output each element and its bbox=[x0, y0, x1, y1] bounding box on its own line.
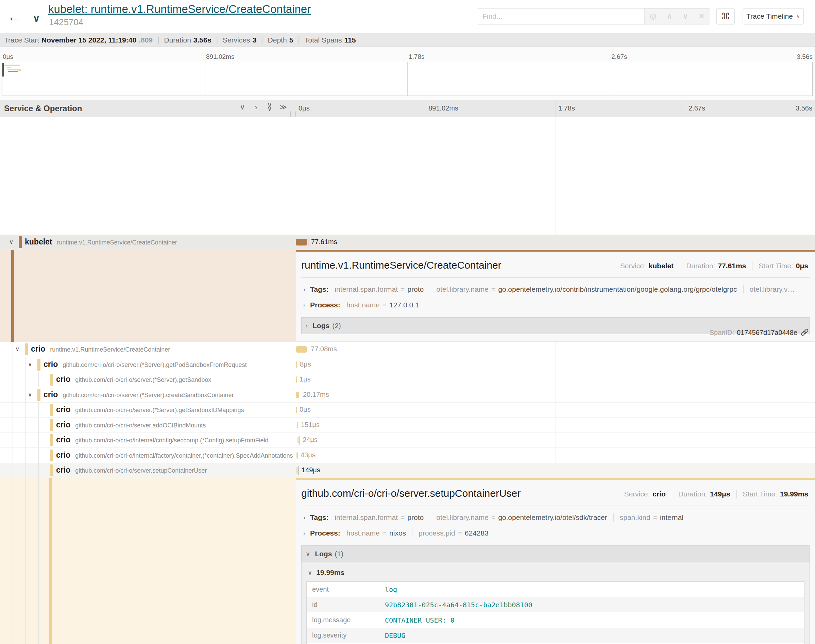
process-row[interactable]: ›Process:host.name=nixosprocess.pid=6242… bbox=[301, 529, 810, 537]
find-input[interactable] bbox=[477, 9, 644, 24]
indent-guide bbox=[38, 432, 39, 448]
span-name-cell[interactable]: ∨criogithub.com/cri-o/cri-o/server.(*Ser… bbox=[0, 357, 296, 372]
span-color-bar bbox=[37, 359, 40, 371]
span-duration-bar[interactable] bbox=[297, 452, 298, 459]
minimap-drag-handle[interactable] bbox=[2, 63, 4, 77]
find-prev-icon[interactable]: ∧ bbox=[667, 12, 672, 21]
log-field-row[interactable]: log.severityDEBUG bbox=[307, 628, 804, 643]
span-duration-bar[interactable] bbox=[297, 467, 297, 474]
span-name-cell[interactable]: criogithub.com/cri-o/cri-o/server.(*Serv… bbox=[0, 372, 296, 387]
span-timeline-cell[interactable]: 1μs bbox=[296, 372, 815, 387]
find-clear-icon[interactable]: ✕ bbox=[699, 12, 705, 21]
log-field-row[interactable]: eventlog bbox=[307, 582, 804, 597]
chevron-right-icon[interactable]: › bbox=[303, 514, 305, 521]
back-arrow-icon[interactable]: ← bbox=[8, 9, 20, 24]
logs-accordion-header[interactable]: ∨Logs(1) bbox=[301, 545, 810, 563]
kv-pair[interactable]: span.kind=internal bbox=[620, 514, 683, 521]
minimap-canvas[interactable] bbox=[2, 62, 813, 96]
expand-all-icon[interactable]: ≫ bbox=[279, 103, 288, 111]
indent-guide bbox=[12, 463, 13, 478]
span-name-cell[interactable]: ∨crioruntime.v1.RuntimeService/CreateCon… bbox=[0, 342, 296, 357]
collapse-all-icon[interactable]: ∨∨ bbox=[265, 103, 274, 111]
detail-span-title: github.com/cri-o/cri-o/server.setupConta… bbox=[301, 488, 521, 499]
collapse-one-icon[interactable]: ∨ bbox=[238, 103, 247, 111]
span-name-cell[interactable]: criogithub.com/cri-o/cri-o/internal/conf… bbox=[0, 432, 296, 448]
span-row[interactable]: criogithub.com/cri-o/cri-o/internal/fact… bbox=[0, 448, 815, 463]
span-name-cell[interactable]: ∨kubeletruntime.v1.RuntimeService/Create… bbox=[0, 235, 296, 250]
chevron-down-icon[interactable]: ∨ bbox=[15, 345, 19, 353]
span-row[interactable]: ∨criogithub.com/cri-o/cri-o/server.(*Ser… bbox=[0, 357, 815, 372]
span-name-cell[interactable]: criogithub.com/cri-o/cri-o/server.setupC… bbox=[0, 463, 296, 478]
kv-pair[interactable]: otel.library.name=go.opentelemetry.io/ot… bbox=[436, 514, 607, 521]
tags-row[interactable]: ›Tags:internal.span.format=protootel.lib… bbox=[301, 285, 810, 293]
span-duration-bar[interactable] bbox=[296, 346, 307, 353]
span-timeline-cell[interactable]: 77.61ms bbox=[296, 235, 815, 250]
span-timeline-cell[interactable]: 0μs bbox=[296, 402, 815, 417]
span-name-cell[interactable]: criogithub.com/cri-o/cri-o/server.(*Serv… bbox=[0, 402, 296, 417]
kv-pair[interactable]: otel.library.name=go.opentelemetry.io/co… bbox=[436, 285, 737, 293]
log-entry-header[interactable]: ∨19.99ms bbox=[306, 564, 804, 581]
tags-row[interactable]: ›Tags:internal.span.format=protootel.lib… bbox=[301, 514, 810, 521]
span-row[interactable]: criogithub.com/cri-o/cri-o/server.setupC… bbox=[0, 463, 815, 478]
span-row[interactable]: ∨crioruntime.v1.RuntimeService/CreateCon… bbox=[0, 342, 815, 357]
span-timeline-cell[interactable]: 20.17ms bbox=[296, 387, 815, 402]
expand-one-icon[interactable]: › bbox=[251, 103, 260, 111]
span-name-cell[interactable]: ∨criogithub.com/cri-o/cri-o/server.(*Ser… bbox=[0, 387, 296, 402]
span-row[interactable]: criogithub.com/cri-o/cri-o/server.addOCI… bbox=[0, 417, 815, 433]
chevron-down-icon[interactable]: ∨ bbox=[9, 238, 13, 245]
trace-title-link[interactable]: kubelet: runtime.v1.RuntimeService/Creat… bbox=[48, 3, 311, 15]
span-timeline-cell[interactable]: 77.08ms bbox=[296, 342, 815, 357]
span-timeline-cell[interactable]: 43μs bbox=[296, 448, 815, 463]
span-name-cell[interactable]: criogithub.com/cri-o/cri-o/server.addOCI… bbox=[0, 417, 296, 432]
command-icon: ⌘ bbox=[721, 11, 730, 22]
find-next-icon[interactable]: ∨ bbox=[683, 12, 688, 21]
process-label: Process: bbox=[310, 301, 340, 309]
log-field-key: log.message bbox=[307, 616, 385, 624]
span-name-cell[interactable]: criogithub.com/cri-o/cri-o/internal/fact… bbox=[0, 448, 296, 463]
minimap-tick: 2.67s bbox=[610, 53, 627, 61]
chevron-right-icon[interactable]: › bbox=[303, 286, 305, 293]
log-field-row[interactable]: id92b82381-025c-4a64-815c-ba2e1bb08100 bbox=[307, 597, 804, 612]
chevron-right-icon[interactable]: › bbox=[306, 322, 308, 330]
span-row[interactable]: criogithub.com/cri-o/cri-o/internal/conf… bbox=[0, 432, 815, 448]
locate-icon[interactable]: ◎ bbox=[650, 12, 656, 21]
span-duration-bar[interactable] bbox=[296, 362, 297, 368]
span-timeline-cell[interactable]: 149μs bbox=[296, 463, 815, 478]
kv-pair[interactable]: otel.library.v… bbox=[750, 285, 795, 293]
kv-pair[interactable]: host.name=127.0.0.1 bbox=[346, 301, 419, 309]
span-duration-bar[interactable] bbox=[296, 239, 307, 245]
trace-view-label: Trace Timeline bbox=[746, 12, 793, 20]
ruler-tick-label: 3.56s bbox=[796, 104, 812, 112]
keyboard-shortcuts-button[interactable]: ⌘ bbox=[716, 8, 735, 25]
span-row[interactable]: ∨kubeletruntime.v1.RuntimeService/Create… bbox=[0, 235, 815, 250]
chevron-right-icon[interactable]: › bbox=[303, 530, 305, 537]
chevron-right-icon[interactable]: › bbox=[303, 302, 305, 309]
kv-pair[interactable]: host.name=nixos bbox=[346, 529, 406, 537]
span-duration-bar[interactable] bbox=[296, 407, 297, 413]
span-timeline-cell[interactable]: 151μs bbox=[296, 417, 815, 432]
kv-pair[interactable]: process.pid=624283 bbox=[418, 529, 489, 537]
chevron-down-icon[interactable]: ∨ bbox=[28, 391, 32, 398]
span-duration-bar[interactable] bbox=[297, 437, 299, 443]
chevron-down-icon[interactable]: ∨ bbox=[28, 361, 32, 368]
trace-view-select[interactable]: Trace Timeline ∨ bbox=[743, 8, 804, 25]
span-row[interactable]: criogithub.com/cri-o/cri-o/server.(*Serv… bbox=[0, 402, 815, 417]
process-row[interactable]: ›Process:host.name=127.0.0.1 bbox=[301, 301, 810, 309]
kv-pair[interactable]: internal.span.format=proto bbox=[335, 514, 424, 521]
minimap-gridline bbox=[205, 62, 205, 95]
log-field-row[interactable]: log.messageCONTAINER USER: 0 bbox=[307, 612, 804, 628]
span-duration-bar[interactable] bbox=[296, 392, 299, 398]
span-duration-bar[interactable] bbox=[297, 422, 298, 428]
span-duration-label: 24μs bbox=[303, 436, 317, 444]
logs-label: Logs bbox=[315, 550, 332, 558]
span-duration-bar[interactable] bbox=[296, 376, 297, 383]
link-icon[interactable] bbox=[801, 328, 809, 337]
span-timeline-cell[interactable]: 24μs bbox=[296, 432, 815, 448]
trace-collapse-chevron-icon[interactable]: ∨ bbox=[33, 12, 40, 24]
chevron-down-icon[interactable]: ∨ bbox=[308, 569, 312, 577]
span-timeline-cell[interactable]: 8μs bbox=[296, 357, 815, 372]
chevron-down-icon[interactable]: ∨ bbox=[306, 550, 310, 558]
kv-pair[interactable]: internal.span.format=proto bbox=[335, 285, 424, 293]
span-row[interactable]: criogithub.com/cri-o/cri-o/server.(*Serv… bbox=[0, 372, 815, 387]
span-row[interactable]: ∨criogithub.com/cri-o/cri-o/server.(*Ser… bbox=[0, 387, 815, 403]
